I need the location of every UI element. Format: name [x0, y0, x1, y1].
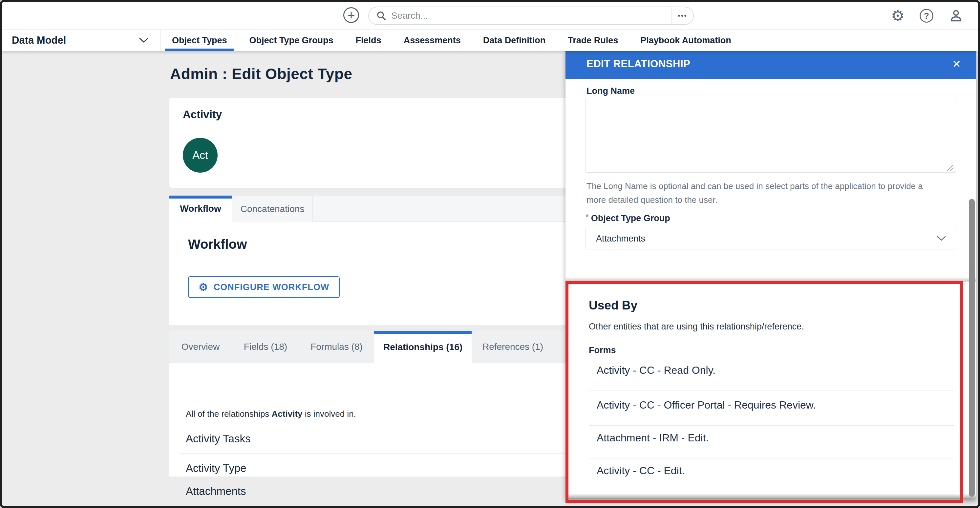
configure-workflow-button[interactable]: ⚙ CONFIGURE WORKFLOW [188, 276, 340, 298]
page-title: Admin : Edit Object Type [170, 65, 353, 83]
tab-overview[interactable]: Overview [169, 331, 232, 363]
module-selector-label: Data Model [12, 35, 66, 46]
search-icon [376, 11, 387, 21]
resize-handle-icon[interactable] [947, 165, 953, 171]
object-type-group-select[interactable]: Attachments [585, 228, 956, 249]
search-options-button[interactable]: ••• [671, 7, 693, 24]
module-tabs: Object Types Object Type Groups Fields A… [161, 30, 742, 51]
chevron-down-icon [937, 236, 946, 241]
top-bar: + ••• ⚙ ? [2, 2, 978, 30]
settings-gear-icon[interactable]: ⚙ [891, 8, 905, 23]
configure-workflow-label: CONFIGURE WORKFLOW [214, 282, 329, 292]
tab-fields[interactable]: Fields [345, 30, 393, 51]
long-name-textarea[interactable] [585, 98, 956, 173]
edit-relationship-panel: EDIT RELATIONSHIP ✕ Long Name The Long N… [565, 49, 976, 498]
tab-assessments[interactable]: Assessments [393, 30, 472, 51]
tab-playbook-automation[interactable]: Playbook Automation [629, 30, 742, 51]
chevron-down-icon [139, 37, 149, 43]
form-item: Attachment - IRM - Edit. [597, 432, 709, 444]
workflow-tab-strip: Workflow Concatenations [169, 196, 568, 222]
workflow-panel: Workflow ⚙ CONFIGURE WORKFLOW [169, 222, 582, 325]
search-input[interactable] [391, 11, 671, 21]
tab-formulas[interactable]: Formulas (8) [299, 331, 374, 363]
used-by-description: Other entities that are using this relat… [589, 322, 804, 332]
relationship-row[interactable]: Activity Tasks [169, 424, 582, 454]
tab-references[interactable]: References (1) [472, 331, 554, 363]
panel-bottom-shadow [565, 494, 976, 498]
tab-data-definition[interactable]: Data Definition [472, 30, 557, 51]
tab-object-types[interactable]: Object Types [161, 30, 238, 51]
tab-relationships[interactable]: Relationships (16) [374, 331, 472, 363]
object-type-name: Activity [183, 108, 222, 121]
tab-trade-rules[interactable]: Trade Rules [557, 30, 629, 51]
relationship-row-selected[interactable]: Attachments [169, 476, 582, 506]
tab-object-type-groups[interactable]: Object Type Groups [238, 30, 345, 51]
long-name-help-text: The Long Name is optional and can be use… [587, 179, 936, 207]
module-nav-row: Data Model Object Types Object Type Grou… [2, 30, 978, 51]
divider [589, 425, 954, 426]
section-divider [565, 277, 976, 282]
global-search: ••• [368, 6, 694, 25]
workflow-heading: Workflow [188, 237, 247, 252]
gear-icon: ⚙ [199, 282, 208, 292]
relationships-caption: All of the relationships Activity is inv… [186, 409, 356, 419]
form-item: Activity - CC - Officer Portal - Require… [597, 399, 816, 411]
module-selector[interactable]: Data Model [2, 30, 161, 51]
object-type-group-label: * Object Type Group [585, 213, 670, 225]
forms-label: Forms [589, 345, 616, 355]
form-item: Activity - CC - Edit. [597, 465, 685, 477]
tab-concatenations[interactable]: Concatenations [232, 196, 313, 222]
object-type-card: Activity Act [169, 98, 582, 188]
form-item: Activity - CC - Read Only. [597, 364, 716, 376]
object-type-avatar: Act [183, 138, 218, 173]
create-new-button[interactable]: + [343, 7, 359, 23]
help-icon[interactable]: ? [920, 9, 933, 23]
select-value: Attachments [596, 234, 645, 244]
tab-strip-filler [313, 196, 568, 222]
plus-icon: + [347, 8, 355, 22]
detail-tab-strip: Overview Fields (18) Formulas (8) Relati… [169, 331, 568, 363]
long-name-label: Long Name [587, 86, 635, 96]
relationships-panel: All of the relationships Activity is inv… [169, 363, 582, 506]
user-profile-icon[interactable] [948, 8, 964, 23]
required-asterisk: * [585, 211, 589, 223]
divider [589, 458, 954, 459]
used-by-heading: Used By [589, 299, 637, 312]
panel-title: EDIT RELATIONSHIP [587, 58, 690, 70]
divider [589, 390, 954, 391]
vertical-scrollbar[interactable] [969, 199, 975, 497]
app-window: + ••• ⚙ ? Data Model [0, 0, 980, 508]
close-icon[interactable]: ✕ [952, 58, 961, 70]
panel-header: EDIT RELATIONSHIP ✕ [565, 49, 976, 79]
tab-workflow[interactable]: Workflow [169, 196, 232, 222]
tab-fields-count[interactable]: Fields (18) [232, 331, 299, 363]
